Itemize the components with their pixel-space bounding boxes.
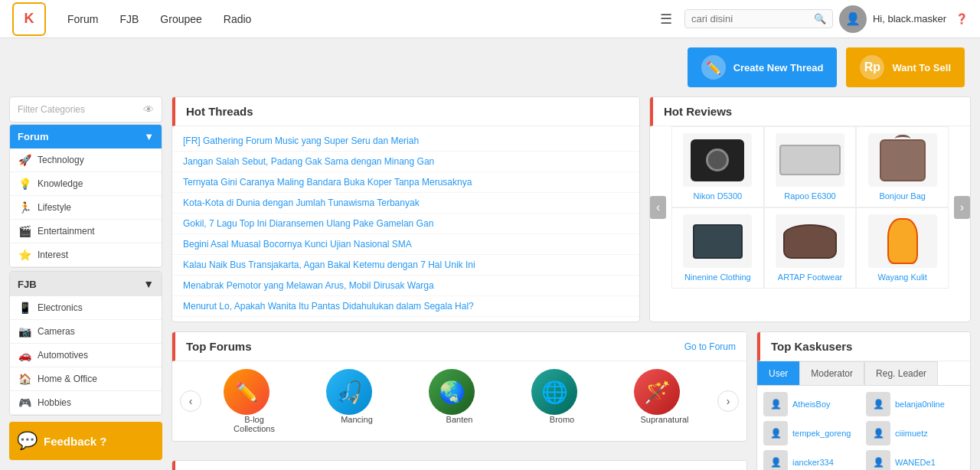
go-to-forum-link[interactable]: Go to Forum [684,341,736,352]
kaskusers-list: 👤 AtheisBoy 👤 belanja0nline 👤 tempek_gor… [757,386,970,470]
forum-item-bromo[interactable]: 🌐 Bromo [531,369,593,433]
sidebar-item-electronics-label: Electronics [38,302,83,313]
forum-item-supranatural[interactable]: 🪄 Supranatural [634,369,695,433]
review-img-bonjour [868,133,937,187]
review-item-ninenine[interactable]: Ninenine Clothing [671,207,764,289]
hamburger-icon[interactable]: ☰ [654,5,678,34]
thread-item[interactable]: Menurut Lo, Apakah Wanita Itu Pantas Did… [172,296,639,317]
forum-name-blog: B-log Collections [224,415,285,433]
kaskuser-item-belanja[interactable]: 👤 belanja0nline [866,392,964,416]
reviews-next-button[interactable]: › [954,196,970,219]
forum-name-bromo: Bromo [531,415,593,424]
sidebar: Filter Categories 👁 Forum ▼ 🚀 Technology… [9,96,162,470]
forum-item-banten[interactable]: 🌏 Banten [429,369,490,433]
reviews-grid: Nikon D5300 Rapoo E6300 [671,126,949,289]
hot-threads-header: Hot Threads [172,97,639,126]
forum-item-mancing[interactable]: 🎣 Mancing [326,369,387,433]
forums-prev-button[interactable]: ‹ [180,390,201,412]
nav-radio[interactable]: Radio [214,7,261,31]
sidebar-item-electronics[interactable]: 📱 Electronics [10,296,162,320]
header: K Forum FJB Groupee Radio ☰ 🔍 👤 Hi, blac… [0,0,980,38]
sidebar-fjb-header[interactable]: FJB ▼ [10,272,162,296]
create-thread-icon: ✏️ [701,55,726,80]
sidebar-forum-section: Forum ▼ 🚀 Technology 💡 Knowledge 🏃 Lifes… [9,124,162,268]
want-to-sell-button[interactable]: Rp Want To Sell [846,47,965,87]
nav-groupee[interactable]: Groupee [151,7,211,31]
tab-reg-leader[interactable]: Reg. Leader [864,361,938,385]
want-to-sell-label: Want To Sell [892,62,951,73]
electronics-icon: 📱 [18,302,31,314]
sidebar-item-entertainment[interactable]: 🎬 Entertainment [10,220,162,243]
review-item-bonjour[interactable]: Bonjour Bag [856,126,949,207]
thread-item[interactable]: Begini Asal Muasal Bocornya Kunci Ujian … [172,234,639,255]
sidebar-item-hobbies[interactable]: 🎮 Hobbies [10,391,162,415]
review-name-rapoo: Rapoo E6300 [768,191,853,201]
review-item-wayang[interactable]: Wayang Kulit [856,207,949,289]
thread-item[interactable]: Jangan Salah Sebut, Padang Gak Sama deng… [172,152,639,172]
thread-item[interactable]: Kota-Kota di Dunia dengan Jumlah Tunawis… [172,193,639,214]
reviews-prev-button[interactable]: ‹ [650,196,666,219]
forums-next-button[interactable]: › [717,390,739,412]
review-item-rapoo[interactable]: Rapoo E6300 [764,126,857,207]
kaskuser-item-ciiimuetz[interactable]: 👤 ciiimuetz [866,421,964,446]
sidebar-item-automotives[interactable]: 🚗 Automotives [10,344,162,367]
kaskuser-item-tempek[interactable]: 👤 tempek_goreng [763,421,861,446]
search-icon[interactable]: 🔍 [814,13,826,24]
kaskuser-item-atheisboy[interactable]: 👤 AtheisBoy [763,392,861,416]
left-bottom: Top Forums Go to Forum ‹ ✏️ B-log Collec… [172,331,747,470]
kaskuser-avatar-3: 👤 [763,450,788,470]
thread-item[interactable]: Menabrak Pemotor yang Melawan Arus, Mobi… [172,276,639,296]
kaskuser-name-waned: WANEDe1 [895,458,936,467]
sidebar-item-interest[interactable]: ⭐ Interest [10,243,162,267]
nav-fjb[interactable]: FJB [110,7,148,31]
review-img-nikon [683,133,752,187]
kaskuser-name-tempek: tempek_goreng [792,429,851,438]
supranatural-icon: 🪄 [634,369,680,415]
tab-user[interactable]: User [757,361,799,385]
sidebar-fjb-arrow: ▼ [143,278,154,290]
filter-bar: Filter Categories 👁 [9,96,162,122]
nav-forum[interactable]: Forum [58,7,107,31]
review-item-nikon[interactable]: Nikon D5300 [671,126,764,207]
feedback-button[interactable]: 💬 Feedback ? [9,422,162,460]
top-forums-panel: Top Forums Go to Forum ‹ ✏️ B-log Collec… [172,331,747,442]
thread-item[interactable]: [FR] Gathering Forum Music yang Super Se… [172,131,639,152]
sidebar-item-lifestyle[interactable]: 🏃 Lifestyle [10,196,162,220]
home-office-icon: 🏠 [18,373,31,385]
help-icon[interactable]: ❓ [956,13,968,24]
filter-eye-icon[interactable]: 👁 [143,103,154,116]
sidebar-item-home-office[interactable]: 🏠 Home & Office [10,367,162,391]
forum-items: ✏️ B-log Collections 🎣 Mancing 🌏 Banten [206,369,713,433]
create-thread-button[interactable]: ✏️ Create New Thread [688,47,838,87]
sidebar-item-cameras[interactable]: 📷 Cameras [10,320,162,344]
forums-carousel: ‹ ✏️ B-log Collections 🎣 Mancing [172,361,746,441]
tab-moderator[interactable]: Moderator [799,361,864,385]
thread-item[interactable]: Kalau Naik Bus Transjakarta, Agan Bakal … [172,255,639,276]
sidebar-forum-header[interactable]: Forum ▼ [10,125,162,149]
kaskuser-item-3[interactable]: 👤 iancker334 [763,450,861,470]
lifestyle-icon: 🏃 [18,201,31,214]
banten-icon: 🌏 [429,369,475,415]
top-forums-header: Top Forums Go to Forum [172,332,746,361]
sidebar-item-technology[interactable]: 🚀 Technology [10,149,162,172]
review-name-nikon: Nikon D5300 [675,191,760,201]
forum-item-blog[interactable]: ✏️ B-log Collections [224,369,285,433]
kaskuser-avatar-ciiimuetz: 👤 [866,421,890,446]
kaskuser-avatar-atheisboy: 👤 [763,392,788,416]
content-bottom: Top Forums Go to Forum ‹ ✏️ B-log Collec… [172,331,971,470]
search-input[interactable] [691,13,814,24]
sidebar-item-lifestyle-label: Lifestyle [38,202,71,213]
search-bar: 🔍 [684,9,833,28]
logo[interactable]: K [12,2,46,36]
thread-item[interactable]: Ternyata Gini Caranya Maling Bandara Buk… [172,172,639,193]
review-item-artap[interactable]: ARTAP Footwear [764,207,857,289]
sidebar-item-knowledge[interactable]: 💡 Knowledge [10,172,162,196]
thread-item[interactable]: Gokil, 7 Lagu Top Ini Diaransemen Ulang … [172,214,639,234]
kaskuser-item-waned[interactable]: 👤 WANEDe1 [866,450,964,470]
kaskuser-avatar-waned: 👤 [866,450,890,470]
sidebar-item-technology-label: Technology [38,155,84,165]
kaskuser-name-ciiimuetz: ciiimuetz [895,429,928,438]
kaskuser-name-belanja: belanja0nline [895,400,945,409]
main-nav: Forum FJB Groupee Radio [58,7,654,31]
sidebar-item-interest-label: Interest [38,250,68,260]
